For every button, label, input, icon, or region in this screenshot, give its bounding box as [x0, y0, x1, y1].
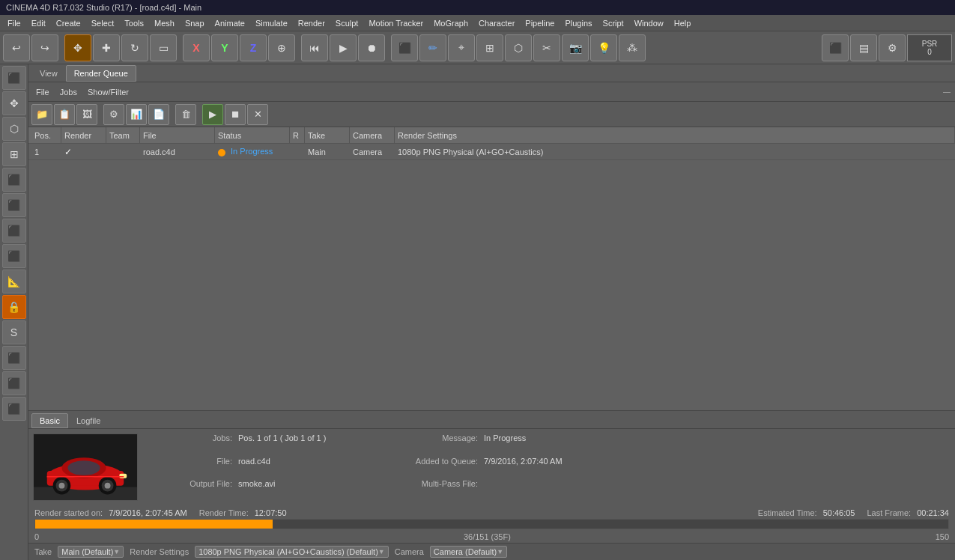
sidebar-btn-2[interactable]: ✥ [2, 91, 26, 115]
rq-menu-bar: File Jobs Show/Filter — [28, 82, 955, 102]
camera-dropdown-value: Camera (Default) [434, 547, 497, 556]
tool2-button[interactable]: ▤ [850, 34, 877, 61]
menu-item-motion-tracker[interactable]: Motion Tracker [364, 17, 428, 29]
take-dropdown[interactable]: Main (Default) ▼ [58, 546, 124, 558]
menu-item-character[interactable]: Character [474, 17, 519, 29]
file-value: road.c4d [238, 457, 388, 478]
job-file: road.c4d [140, 147, 215, 156]
rq-settings-button[interactable]: ⚙ [103, 104, 124, 125]
scale-tool-button[interactable]: ✚ [93, 34, 120, 61]
menu-item-create[interactable]: Create [52, 17, 85, 29]
play-button[interactable]: ⏮ [301, 34, 328, 61]
menu-item-animate[interactable]: Animate [210, 17, 249, 29]
tab-view[interactable]: View [31, 65, 66, 82]
col-render: Render [61, 127, 106, 143]
sidebar-btn-3[interactable]: ⬡ [2, 117, 26, 141]
sidebar-btn-7[interactable]: ⬛ [2, 219, 26, 243]
camera-dropdown[interactable]: Camera (Default) ▼ [430, 546, 507, 558]
menu-item-file[interactable]: File [3, 17, 25, 29]
tab-render-queue[interactable]: Render Queue [66, 65, 136, 82]
content-area: View Render Queue File Jobs Show/Filter … [28, 64, 955, 560]
col-camera: Camera [350, 127, 395, 143]
tab-bar: View Render Queue [28, 64, 955, 82]
rq-add-button[interactable]: 📁 [31, 104, 52, 125]
psr-display: PSR 0 [907, 34, 952, 61]
rq-jobs-menu[interactable]: Jobs [55, 86, 82, 98]
rq-log-button[interactable]: 📄 [148, 104, 169, 125]
rq-file-menu[interactable]: File [31, 86, 54, 98]
title-text: CINEMA 4D R17.032 Studio (R17) - [road.c… [6, 3, 201, 12]
poly-button[interactable]: ⬡ [505, 34, 532, 61]
bottom-panel: Basic Logfile [28, 410, 955, 543]
rq-preview-button[interactable]: 🖼 [76, 104, 97, 125]
sidebar-btn-9[interactable]: 📐 [2, 270, 26, 293]
play2-button[interactable]: ▶ [330, 34, 357, 61]
menu-item-snap[interactable]: Snap [181, 17, 209, 29]
message-value: In Progress [484, 433, 634, 455]
record-button[interactable]: ⏺ [358, 34, 385, 61]
menu-item-help[interactable]: Help [670, 17, 696, 29]
menu-item-plugins[interactable]: Plugins [560, 17, 596, 29]
sidebar-btn-14[interactable]: ⬛ [2, 397, 26, 421]
sidebar-btn-11[interactable]: S [2, 320, 26, 344]
sidebar-btn-6[interactable]: ⬛ [2, 193, 26, 217]
move-tool-button[interactable]: ✥ [64, 34, 91, 61]
svg-point-8 [105, 483, 111, 489]
menu-item-select[interactable]: Select [87, 17, 119, 29]
started-label: Render started on: [34, 508, 103, 517]
added-label: Added to Queue: [391, 457, 481, 478]
menu-item-sculpt[interactable]: Sculpt [331, 17, 363, 29]
sidebar-btn-8[interactable]: ⬛ [2, 244, 26, 268]
sidebar-btn-10[interactable]: 🔒 [2, 295, 26, 319]
job-render-check: ✓ [61, 147, 106, 157]
info-content: Jobs: Pos. 1 of 1 ( Job 1 of 1 ) Message… [28, 429, 955, 505]
menu-item-render[interactable]: Render [294, 17, 330, 29]
tab-logfile[interactable]: Logfile [68, 413, 109, 428]
cube-button[interactable]: ⬛ [391, 34, 418, 61]
rq-add-current-button[interactable]: 📋 [54, 104, 75, 125]
z-axis-button[interactable]: Z [240, 34, 267, 61]
redo-button[interactable]: ↪ [31, 34, 58, 61]
rq-actions-toolbar: 📁 📋 🖼 ⚙ 📊 📄 🗑 ▶ ⏹ ✕ [28, 102, 955, 127]
sidebar-btn-13[interactable]: ⬛ [2, 371, 26, 395]
render-settings-dropdown[interactable]: 1080p PNG Physical (AI+GO+Caustics) (Def… [195, 546, 389, 558]
menu-item-window[interactable]: Window [630, 17, 668, 29]
table-row[interactable]: 1 ✓ road.c4d In Progress Main Camera 108… [28, 144, 955, 160]
collapse-button[interactable]: — [942, 87, 952, 97]
lattice-button[interactable]: ⊞ [476, 34, 503, 61]
rq-delete-button[interactable]: 🗑 [175, 104, 196, 125]
light-button[interactable]: 💡 [590, 34, 617, 61]
menu-item-mograph[interactable]: MoGraph [429, 17, 473, 29]
y-axis-button[interactable]: Y [211, 34, 238, 61]
rotate-tool-button[interactable]: ↻ [121, 34, 148, 61]
sidebar-btn-1[interactable]: ⬛ [2, 66, 26, 90]
tool3-button[interactable]: ⚙ [879, 34, 906, 61]
scatter-button[interactable]: ⁂ [619, 34, 646, 61]
select-button[interactable]: ▭ [150, 34, 177, 61]
menu-item-mesh[interactable]: Mesh [150, 17, 179, 29]
menu-item-tools[interactable]: Tools [120, 17, 148, 29]
spline-button[interactable]: ⌖ [448, 34, 475, 61]
rq-start-button[interactable]: ▶ [202, 104, 223, 125]
camera-button[interactable]: 📷 [562, 34, 589, 61]
sidebar-btn-12[interactable]: ⬛ [2, 346, 26, 370]
x-axis-button[interactable]: X [183, 34, 210, 61]
world-button[interactable]: ⊕ [268, 34, 295, 61]
tool1-button[interactable]: ⬛ [822, 34, 849, 61]
rq-stats-button[interactable]: 📊 [126, 104, 147, 125]
menu-item-pipeline[interactable]: Pipeline [521, 17, 559, 29]
menu-item-simulate[interactable]: Simulate [251, 17, 292, 29]
rq-showfilter-menu[interactable]: Show/Filter [83, 86, 133, 98]
progress-bar [35, 520, 273, 529]
rq-clear-button[interactable]: ✕ [247, 104, 268, 125]
menu-item-script[interactable]: Script [598, 17, 628, 29]
rq-stop-button[interactable]: ⏹ [225, 104, 246, 125]
pen-button[interactable]: ✏ [419, 34, 446, 61]
sidebar-btn-4[interactable]: ⊞ [2, 142, 26, 166]
tab-basic[interactable]: Basic [31, 413, 68, 428]
knife-button[interactable]: ✂ [533, 34, 560, 61]
svg-point-5 [67, 460, 100, 475]
menu-item-edit[interactable]: Edit [27, 17, 50, 29]
sidebar-btn-5[interactable]: ⬛ [2, 168, 26, 192]
undo-button[interactable]: ↩ [3, 34, 30, 61]
